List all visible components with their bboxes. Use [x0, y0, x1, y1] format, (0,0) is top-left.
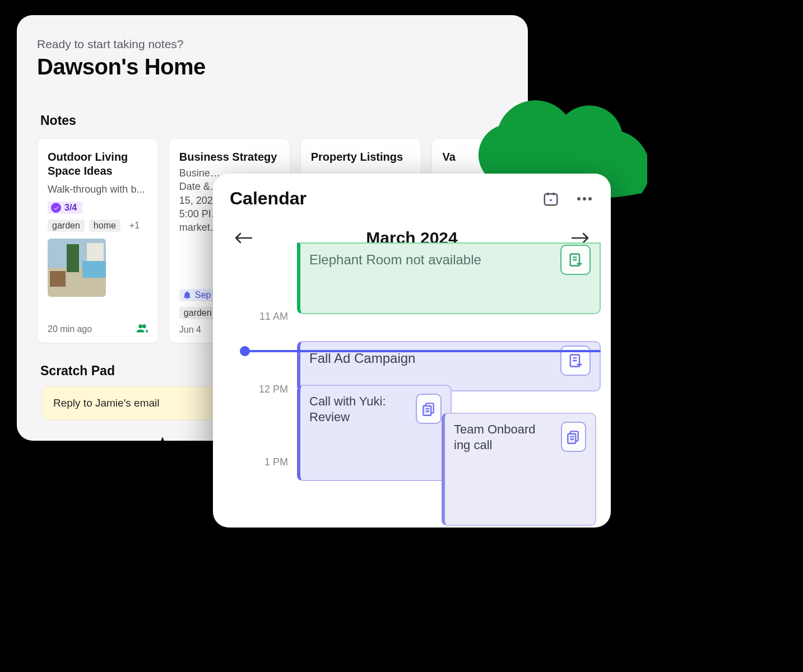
open-notes-icon[interactable] [561, 422, 586, 452]
note-timestamp: 20 min ago [48, 324, 92, 334]
event-title: Fall Ad Campaign [309, 350, 415, 367]
event-title: Call with Yuki: Review [309, 394, 410, 424]
calendar-date-icon[interactable] [541, 189, 560, 208]
note-title: Property Listings [311, 150, 411, 164]
event-title: Team Onboard ing call [454, 422, 555, 452]
time-label: 1 PM [264, 456, 288, 468]
svg-point-8 [550, 199, 552, 201]
svg-point-11 [588, 197, 592, 200]
tag-chip[interactable]: garden [179, 307, 216, 319]
svg-rect-6 [87, 243, 104, 261]
calendar-title: Calendar [230, 188, 307, 209]
tasks-badge: 3/4 [48, 202, 82, 214]
shared-icon [137, 324, 148, 335]
note-add-icon[interactable] [560, 245, 591, 275]
tag-chip[interactable]: garden [48, 220, 85, 232]
note-timestamp: Jun 4 [179, 325, 201, 335]
event-title: Elephant Room not available [309, 251, 481, 268]
note-body: Walk-through with b... [48, 183, 148, 196]
calendar-event[interactable]: Fall Ad Campaign [297, 341, 601, 391]
svg-point-10 [583, 197, 586, 200]
home-subhead: Ready to start taking notes? [37, 38, 508, 51]
home-title: Dawson's Home [37, 54, 508, 80]
prev-month-button[interactable] [232, 227, 254, 249]
svg-point-9 [577, 197, 581, 200]
time-label: 12 PM [259, 384, 288, 395]
svg-rect-4 [50, 271, 66, 287]
bell-icon [183, 291, 192, 300]
tag-chip[interactable]: home [89, 220, 120, 232]
reminder-badge: Sep [179, 289, 216, 301]
check-icon [51, 203, 61, 213]
more-menu-icon[interactable] [575, 189, 594, 208]
notes-heading: Notes [40, 113, 508, 128]
svg-rect-3 [82, 261, 106, 278]
open-notes-icon[interactable] [416, 394, 442, 424]
more-tags[interactable]: +1 [125, 220, 144, 232]
note-card[interactable]: Outdoor Living Space Ideas Walk-through … [37, 138, 159, 343]
calendar-event[interactable]: Elephant Room not available [297, 242, 601, 314]
svg-rect-5 [67, 244, 79, 272]
calendar-event[interactable]: Call with Yuki: Review [297, 385, 452, 481]
calendar-panel: Calendar March 2024 11 AM 12 PM [213, 174, 611, 528]
note-title: Business Strategy [179, 150, 280, 164]
calendar-event[interactable]: Team Onboard ing call [442, 413, 596, 526]
time-label: 11 AM [259, 311, 288, 323]
note-title: Outdoor Living Space Ideas [48, 150, 148, 178]
note-thumbnail [48, 239, 106, 297]
